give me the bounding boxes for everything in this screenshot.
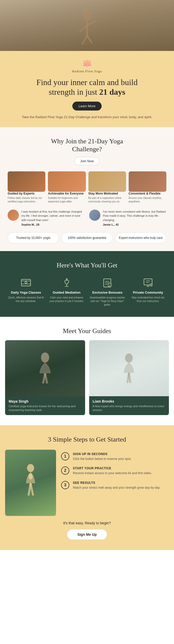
meditation-icon bbox=[61, 277, 72, 288]
step-desc-3: Watch your stress melt away and your str… bbox=[73, 486, 160, 490]
trust-badge-satisfaction: 100% satisfaction guarantee bbox=[61, 232, 113, 243]
guide-info-maya: Maya Singh Certified yoga instructor kno… bbox=[5, 396, 85, 415]
benefit-desc-4: Access your classes anytime, anywhere. bbox=[129, 196, 166, 203]
testimonial-text-1: I was hesitant at first, but this challe… bbox=[21, 210, 85, 222]
step-2: 2 START YOUR PRACTICE Receive instant ac… bbox=[61, 467, 169, 475]
hero-image bbox=[0, 0, 174, 51]
guides-grid: Maya Singh Certified yoga instructor kno… bbox=[5, 340, 169, 415]
guide-liam: Liam Brooks A flow expert who brings ene… bbox=[89, 340, 169, 415]
trust-badges: Trusted by 10,000+ yogis 100% satisfacti… bbox=[8, 232, 166, 243]
bonus-icon bbox=[102, 277, 113, 288]
step-number-2: 2 bbox=[61, 467, 69, 475]
community-icon bbox=[142, 277, 154, 288]
why-section: Why Join the 21-Day YogaChallenge? Join … bbox=[0, 127, 174, 251]
guide-desc-maya: Certified yoga instructor known for her … bbox=[9, 404, 82, 412]
step-content-2: START YOUR PRACTICE Receive instant acce… bbox=[73, 467, 152, 475]
get-title-yoga: Daily Yoga Classes bbox=[8, 291, 44, 294]
steps-section: 3 Simple Steps to Get Started 1 SIGN UP … bbox=[0, 425, 174, 550]
guide-name-maya: Maya Singh bbox=[9, 399, 82, 403]
benefit-desc-1: Follow daily classes led by our certifie… bbox=[8, 196, 45, 203]
benefit-achievable: Achievable for Everyone Suitable for beg… bbox=[48, 171, 86, 203]
benefit-desc-3: Be part of a supportive online community… bbox=[88, 196, 126, 203]
svg-rect-6 bbox=[21, 279, 31, 286]
get-desc-yoga: Quick, effective sessions that fit into … bbox=[8, 296, 44, 303]
step-content-3: SEE RESULTS Watch your stress melt away … bbox=[73, 481, 160, 490]
trust-badge-instructors: Expert instructors who truly care bbox=[115, 232, 166, 243]
svg-point-29 bbox=[27, 464, 34, 472]
get-section: Here's What You'll Get Daily Yoga Classe… bbox=[0, 251, 174, 317]
step-title-3: SEE RESULTS bbox=[73, 481, 160, 485]
benefit-image-4 bbox=[129, 171, 166, 192]
avatar-jamie bbox=[89, 210, 100, 221]
guides-title: Meet Your Guides bbox=[5, 327, 169, 335]
benefits-grid: Guided by Experts Follow daily classes l… bbox=[8, 171, 166, 203]
testimonial-2: I've never been consistent with fitness,… bbox=[89, 210, 167, 226]
get-title: Here's What You'll Get bbox=[8, 261, 166, 269]
svg-line-25 bbox=[45, 373, 47, 383]
svg-line-31 bbox=[31, 483, 33, 496]
get-title-meditation: Guided Mediation bbox=[48, 291, 85, 294]
steps-footer-text: It's that easy. Ready to begin? bbox=[5, 521, 169, 525]
testimonial-1: I was hesitant at first, but this challe… bbox=[8, 210, 85, 226]
svg-point-9 bbox=[25, 281, 27, 283]
get-item-yoga: Daily Yoga Classes Quick, effective sess… bbox=[8, 277, 44, 307]
get-desc-meditation: Calm your mind and enhance your practice… bbox=[48, 296, 85, 303]
sign-up-button[interactable]: Sign Me Up bbox=[67, 529, 107, 540]
trust-badge-yogis: Trusted by 10,000+ yogis bbox=[8, 232, 59, 243]
svg-line-4 bbox=[82, 36, 87, 45]
benefit-title-1: Guided by Experts bbox=[8, 192, 45, 195]
logo-icon: 🪷 bbox=[15, 59, 159, 68]
testimonial-author-2: Jamie L., 42 bbox=[103, 223, 167, 226]
benefit-title-3: Stay More Motivated bbox=[88, 192, 126, 195]
step-3: 3 SEE RESULTS Watch your stress melt awa… bbox=[61, 481, 169, 490]
benefit-image-2 bbox=[48, 171, 86, 192]
guide-info-liam: Liam Brooks A flow expert who brings ene… bbox=[89, 396, 169, 415]
svg-point-23 bbox=[41, 352, 49, 363]
learn-more-button[interactable]: Learn More bbox=[72, 102, 101, 111]
benefit-image-1 bbox=[8, 171, 45, 192]
get-title-bonuses: Exclusive Bonuses bbox=[89, 291, 126, 294]
hero-illustration bbox=[72, 3, 102, 48]
get-title-community: Private Community bbox=[130, 291, 166, 294]
join-now-button[interactable]: Join Now bbox=[74, 157, 100, 165]
why-title: Why Join the 21-Day YogaChallenge? bbox=[8, 137, 166, 153]
get-desc-bonuses: Downloadable progress tracker and our "Y… bbox=[89, 296, 126, 307]
svg-point-26 bbox=[125, 353, 133, 363]
step-number-1: 1 bbox=[61, 452, 69, 460]
benefit-image-3 bbox=[88, 171, 126, 192]
guides-section: Meet Your Guides Maya Singh Certified yo… bbox=[0, 317, 174, 425]
benefit-guided: Guided by Experts Follow daily classes l… bbox=[8, 171, 45, 203]
svg-line-2 bbox=[79, 25, 87, 32]
guide-maya: Maya Singh Certified yoga instructor kno… bbox=[5, 340, 85, 415]
step-title-2: START YOUR PRACTICE bbox=[73, 467, 152, 470]
step-content-1: SIGN UP IN SECONDS Click the button belo… bbox=[73, 452, 131, 461]
svg-point-0 bbox=[83, 10, 92, 21]
get-item-community: Private Community Stay motivated live ch… bbox=[130, 277, 166, 307]
testimonials: I was hesitant at first, but this challe… bbox=[8, 210, 166, 226]
step-1: 1 SIGN UP IN SECONDS Click the button be… bbox=[61, 452, 169, 461]
guide-name-liam: Liam Brooks bbox=[93, 399, 166, 403]
steps-image bbox=[5, 450, 56, 516]
svg-line-5 bbox=[87, 36, 92, 43]
hero-subtext: Take the Radiant Flow Yoga 21-Day Challe… bbox=[15, 115, 159, 120]
yoga-mat-icon bbox=[20, 277, 32, 288]
steps-footer: It's that easy. Ready to begin? Sign Me … bbox=[5, 521, 169, 540]
benefit-title-4: Convenient & Flexible bbox=[129, 192, 166, 195]
guide-desc-liam: A flow expert who brings energy and mind… bbox=[93, 404, 166, 412]
benefit-motivated: Stay More Motivated Be part of a support… bbox=[88, 171, 126, 203]
benefit-desc-2: Suitable for beginners and seasoned yogi… bbox=[48, 196, 86, 203]
testimonial-text-2: I've never been consistent with fitness,… bbox=[103, 210, 167, 222]
hero-section: 🪷 Radiant.Flow.Yoga Find your inner calm… bbox=[0, 51, 174, 127]
benefit-title-2: Achievable for Everyone bbox=[48, 192, 86, 195]
steps-title: 3 Simple Steps to Get Started bbox=[5, 435, 169, 443]
step-desc-2: Receive instant access to your welcome k… bbox=[73, 471, 152, 475]
benefit-flexible: Convenient & Flexible Access your classe… bbox=[129, 171, 166, 203]
get-grid: Daily Yoga Classes Quick, effective sess… bbox=[8, 277, 166, 307]
guide-image-maya bbox=[5, 340, 85, 396]
step-desc-1: Click the button below to reserve your s… bbox=[73, 457, 131, 461]
svg-line-28 bbox=[129, 373, 130, 383]
avatar-sophia bbox=[8, 210, 19, 221]
steps-list: 1 SIGN UP IN SECONDS Click the button be… bbox=[61, 450, 169, 498]
logo-text: Radiant.Flow.Yoga bbox=[15, 69, 159, 73]
testimonial-author-1: Sophia M., 28 bbox=[21, 223, 85, 226]
